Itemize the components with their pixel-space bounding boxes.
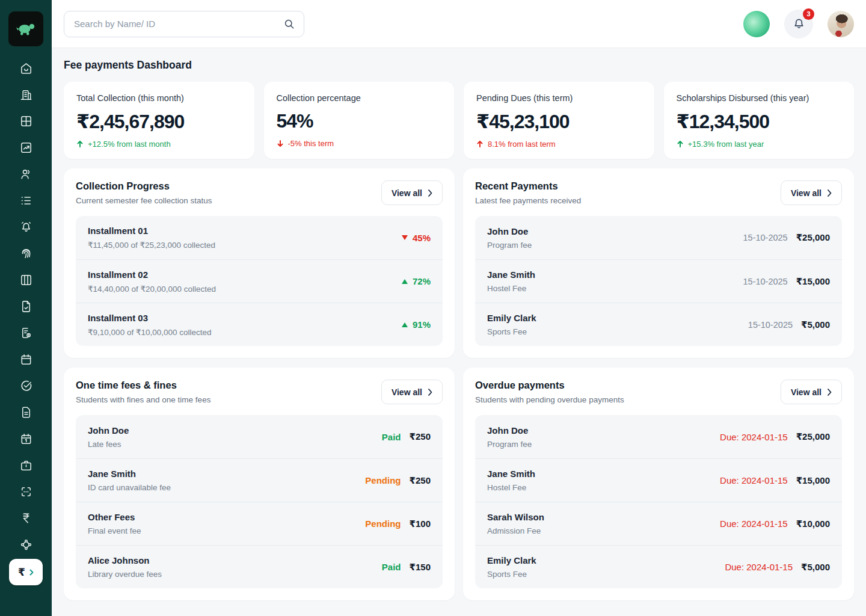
fee-type: Admission Fee <box>487 526 544 535</box>
fee-type: Hostel Fee <box>487 483 535 492</box>
search-input[interactable] <box>74 19 283 29</box>
grid-icon <box>19 114 33 128</box>
panel-header: Collection Progress Current semester fee… <box>76 180 443 205</box>
sidebar-active-fee-payments[interactable]: ₹ <box>9 559 43 585</box>
fee-amount: ₹100 <box>410 519 431 529</box>
installment-title: Installment 03 <box>88 313 212 323</box>
sidebar-item-institution[interactable] <box>13 81 39 108</box>
view-all-button[interactable]: View all <box>781 180 842 205</box>
view-all-button[interactable]: View all <box>381 380 443 404</box>
sidebar-item-notifications[interactable] <box>13 214 39 240</box>
stat-delta: -5% this term <box>277 139 442 148</box>
fee-amount: ₹250 <box>410 475 431 486</box>
panel-title: One time fees & fines <box>76 380 210 391</box>
stat-delta: +12.5% from last month <box>76 140 242 149</box>
installment-percent: 45% <box>402 233 431 243</box>
fee-type: Late fees <box>88 440 129 449</box>
sidebar-item-analytics[interactable] <box>13 134 39 161</box>
stat-card-collection-percentage: Collection percentage 54% -5% this term <box>264 82 455 159</box>
sidebar-item-calendar[interactable] <box>13 346 39 372</box>
notification-badge: 3 <box>803 8 814 20</box>
topbar-actions: 3 <box>743 10 854 38</box>
status-badge: Pending <box>365 519 401 529</box>
sidebar-item-fees[interactable] <box>13 505 39 531</box>
overdue-payments-panel: Overdue payments Students with pending o… <box>463 368 854 600</box>
sidebar-nav: ₹ <box>9 55 43 616</box>
installment-detail: ₹11,45,000 of ₹25,23,000 collected <box>88 240 215 250</box>
stat-delta-text: -5% this term <box>288 139 334 148</box>
triangle-up-icon <box>402 279 408 284</box>
payer-name: John Doe <box>487 226 532 236</box>
arrow-up-icon <box>677 140 684 148</box>
sidebar-item-columns[interactable] <box>13 266 39 293</box>
sidebar: ₹ <box>0 0 52 616</box>
fee-type: ID card unavailable fee <box>88 483 171 492</box>
rupee-glyph: ₹ <box>18 566 25 579</box>
view-all-label: View all <box>392 387 422 397</box>
view-all-button[interactable]: View all <box>781 380 842 404</box>
sidebar-item-students[interactable] <box>13 161 39 187</box>
sidebar-item-reports[interactable] <box>13 399 39 425</box>
view-all-button[interactable]: View all <box>381 180 443 205</box>
sidebar-item-lists[interactable] <box>13 187 39 214</box>
panel-subtitle: Students with fines and one time fees <box>76 395 210 404</box>
one-time-fees-list: John Doe Late fees Paid₹250 Jane Smith I… <box>76 415 443 588</box>
stat-delta: 8.1% from last term <box>476 140 642 149</box>
one-time-fees-panel: One time fees & fines Students with fine… <box>64 368 455 600</box>
panel-header: One time fees & fines Students with fine… <box>76 380 443 404</box>
sidebar-item-home[interactable] <box>13 55 39 81</box>
fee-type: Sports Fee <box>487 327 536 336</box>
panel-title: Collection Progress <box>76 180 212 192</box>
stat-label: Pending Dues (this term) <box>476 93 642 103</box>
network-icon <box>19 538 33 552</box>
sidebar-item-apps[interactable] <box>13 108 39 134</box>
status-badge: Paid <box>382 562 401 572</box>
view-all-label: View all <box>791 387 821 397</box>
search-box[interactable] <box>64 11 304 37</box>
student-name: John Doe <box>487 425 532 436</box>
due-amount: ₹5,000 <box>801 562 830 573</box>
list-item: Jane Smith Hostel Fee 15-10-2025₹15,000 <box>475 259 842 303</box>
sidebar-item-schedule[interactable] <box>13 425 39 452</box>
status-badge: Pending <box>365 475 401 485</box>
installment-percent: 72% <box>402 276 431 286</box>
list-item: Jane Smith Hostel Fee Due: 2024-01-15₹15… <box>475 458 842 502</box>
stat-delta-text: +12.5% from last month <box>88 140 171 149</box>
payment-date: 15-10-2025 <box>748 320 793 330</box>
student-name: Emily Clark <box>487 555 536 565</box>
chevron-right-icon <box>29 569 34 576</box>
sidebar-item-biometrics[interactable] <box>13 240 39 266</box>
fingerprint-icon <box>19 247 33 260</box>
view-all-label: View all <box>392 188 422 198</box>
rupee-icon <box>19 511 33 525</box>
panel-header: Overdue payments Students with pending o… <box>475 380 842 404</box>
stat-delta: +15.3% from last year <box>677 140 842 149</box>
app-logo[interactable] <box>8 11 43 46</box>
list-item: Installment 01 ₹11,45,000 of ₹25,23,000 … <box>76 216 443 259</box>
status-orb[interactable] <box>743 11 770 37</box>
sidebar-item-approvals[interactable] <box>13 293 39 319</box>
installment-list: Installment 01 ₹11,45,000 of ₹25,23,000 … <box>76 216 443 346</box>
building-icon <box>19 88 33 102</box>
payment-amount: ₹15,000 <box>796 276 830 287</box>
scan-icon <box>19 485 33 499</box>
file-check-icon <box>19 300 33 313</box>
sidebar-item-documents[interactable] <box>13 319 39 346</box>
sidebar-item-scan[interactable] <box>13 478 39 505</box>
panel-row-2: One time fees & fines Students with fine… <box>64 368 854 600</box>
notifications-button[interactable]: 3 <box>784 10 813 38</box>
student-name: Sarah Wilson <box>487 512 544 522</box>
status-badge: Paid <box>382 432 401 442</box>
panel-title: Overdue payments <box>475 380 624 391</box>
sidebar-item-network[interactable] <box>13 531 39 558</box>
fee-type: Library overdue fees <box>88 570 162 579</box>
calendar-date-icon <box>19 432 33 446</box>
fee-type: Program fee <box>487 241 532 250</box>
sidebar-item-placements[interactable] <box>13 452 39 478</box>
bell-ring-icon <box>19 220 33 234</box>
user-avatar[interactable] <box>828 11 854 37</box>
sidebar-item-attendance[interactable] <box>13 372 39 399</box>
main-content: Fee payments Dashboard Total Collection … <box>52 0 866 612</box>
topbar: 3 <box>52 0 866 48</box>
list-item: Sarah Wilson Admission Fee Due: 2024-01-… <box>475 502 842 545</box>
